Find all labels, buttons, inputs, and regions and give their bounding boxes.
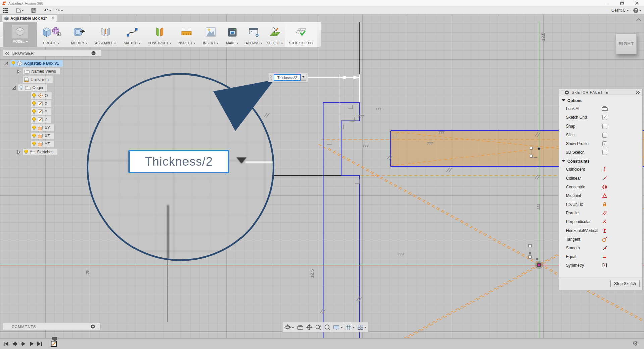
timeline-step-forward-button[interactable] [20,341,26,347]
show-profile-checkbox[interactable] [602,141,607,146]
palette-row-look-at[interactable]: Look At [559,104,642,113]
constraint-coincident[interactable]: Coincident [559,165,642,174]
ribbon-group-construct[interactable]: CONSTRUCT [146,22,174,47]
constraint-perpendicular[interactable]: Perpendicular [559,217,642,226]
viewcube[interactable]: RIGHT [615,33,637,54]
palette-row-sketch-grid[interactable]: Sketch Grid [559,113,642,122]
comments-header[interactable]: COMMENTS [3,323,101,330]
visibility-bulb-icon[interactable] [19,85,23,90]
tangent-icon[interactable] [602,237,607,242]
panel-grip[interactable] [98,51,99,56]
user-menu[interactable]: Gerrit C [611,8,626,13]
visibility-bulb-icon[interactable] [32,133,36,139]
concentric-icon[interactable] [602,184,607,190]
expander-open-icon[interactable] [4,61,8,66]
drag-grip-icon[interactable] [270,74,272,81]
save-button[interactable] [31,8,36,13]
constraint-concentric[interactable]: Concentric [559,183,642,191]
look-at-button[interactable] [297,325,304,330]
expander-open-icon[interactable] [12,86,16,90]
file-menu-button[interactable] [16,8,24,13]
constraint-parallel[interactable]: Parallel [559,209,642,217]
expander-closed-icon[interactable] [17,69,21,74]
parallel-icon[interactable] [602,210,607,216]
constraint-equal[interactable]: Equal [559,252,642,261]
timeline-position-marker[interactable] [52,337,58,341]
visibility-bulb-icon[interactable] [32,109,36,114]
visibility-bulb-icon[interactable] [32,101,36,106]
stop-sketch-footer-button[interactable]: Stop Sketch [610,280,640,287]
equal-icon[interactable] [602,254,607,259]
constraint-colinear[interactable]: Colinear [559,174,642,183]
ribbon-group-inspect[interactable]: INSPECT [174,22,199,47]
display-settings-button[interactable] [333,325,343,330]
browser-item-named-views[interactable]: Named Views [3,67,101,76]
browser-header[interactable]: BROWSER [3,50,101,57]
constraint-fix-unfix[interactable]: Fix/UnFix [559,200,642,209]
constraint-tangent[interactable]: Tangent [559,235,642,244]
colinear-icon[interactable] [602,176,607,181]
panel-grip[interactable] [561,90,562,95]
browser-item-origin-o[interactable]: O [3,92,101,100]
dimension-value-input[interactable] [274,74,301,81]
browser-item-axis-z[interactable]: Z [3,116,101,124]
orbit-button[interactable] [284,324,294,331]
ribbon-group-assemble[interactable]: ASSEMBLE [93,22,119,47]
browser-item-plane-yz[interactable]: YZ [3,140,101,148]
sketch-grid-checkbox[interactable] [602,115,607,120]
toolbar-grip[interactable] [0,22,3,47]
browser-item-units[interactable]: Units: mm [3,76,101,84]
dimension-dropdown-button[interactable] [301,74,306,81]
zoom-fit-button[interactable] [324,324,330,331]
timeline-go-to-end-button[interactable] [37,341,42,347]
remove-panel-icon[interactable] [565,90,569,95]
constraint-symmetry[interactable]: Symmetry [559,261,642,270]
browser-item-origin[interactable]: Origin [3,84,101,92]
zoom-button[interactable]: ± [315,324,321,331]
ribbon-group-select[interactable]: SELECT [265,22,285,47]
stop-sketch-button[interactable]: STOP SKETCH [285,22,317,47]
ribbon-group-create[interactable]: CREATE [37,22,66,47]
pan-button[interactable] [306,324,312,330]
snap-checkbox[interactable] [602,124,607,129]
timeline-settings-gear-icon[interactable]: ⚙ [632,340,638,347]
horizontal-vertical-icon[interactable] [602,228,607,233]
undo-button[interactable]: ↶ [44,8,51,13]
look-at-icon[interactable] [601,106,608,111]
help-button[interactable]: ? [633,8,638,13]
document-tab[interactable]: Adjustable Box v1* ✕ [2,15,57,22]
minimize-button[interactable] [600,0,614,7]
redo-button[interactable]: ↷ [56,8,63,13]
tab-close-icon[interactable]: ✕ [51,17,55,20]
visibility-bulb-icon[interactable] [24,149,28,155]
ribbon-group-addins[interactable]: >_ ⚙ ADD-INS [243,22,265,47]
slice-checkbox[interactable] [602,133,607,138]
browser-item-axis-y[interactable]: Y [3,108,101,116]
constraint-smooth[interactable]: Smooth [559,244,642,252]
midpoint-icon[interactable] [602,193,607,198]
palette-row-snap[interactable]: Snap [559,122,642,131]
collapse-toolbar-chevron-icon[interactable] [636,18,641,21]
expander-closed-icon[interactable] [17,150,21,154]
visibility-bulb-icon[interactable] [11,61,15,66]
close-button[interactable] [629,0,644,7]
smooth-icon[interactable] [602,245,607,251]
browser-item-plane-xz[interactable]: XZ [3,132,101,140]
visibility-bulb-icon[interactable] [32,141,36,147]
ribbon-group-insert[interactable]: INSERT [199,22,222,47]
browser-item-sketches[interactable]: Sketches [3,148,101,156]
options-section-header[interactable]: Options [559,96,642,104]
app-grid-button[interactable] [3,8,8,13]
panel-grip[interactable] [97,324,98,329]
expand-panel-icon[interactable] [635,90,640,94]
ribbon-group-sketch[interactable]: SKETCH [119,22,146,47]
lock-icon[interactable] [602,202,607,207]
3d-sketch-checkbox[interactable] [602,150,607,155]
ribbon-group-make[interactable]: MAKE [222,22,243,47]
visibility-bulb-icon[interactable] [32,125,36,131]
viewports-button[interactable] [357,325,366,330]
workspace-switcher[interactable]: MODEL [3,22,37,47]
palette-row-show-profile[interactable]: Show Profile [559,139,642,148]
constraint-horizontal-vertical[interactable]: Horizontal/Vertical [559,226,642,235]
grid-settings-button[interactable] [345,324,355,330]
